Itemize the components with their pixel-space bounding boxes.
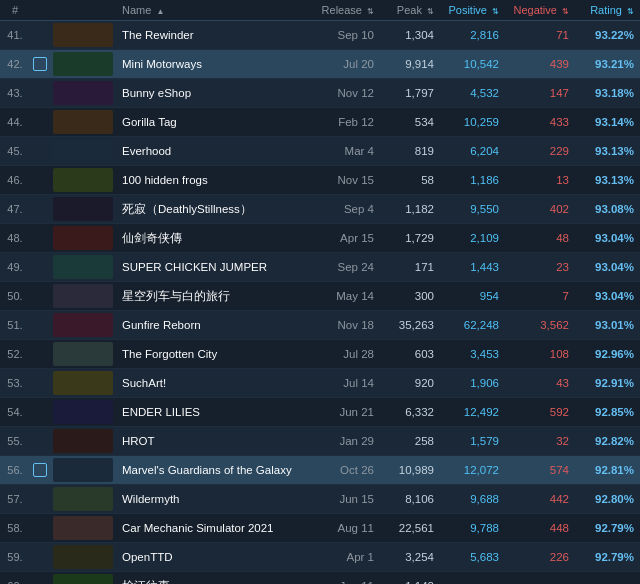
table-row[interactable]: 45.EverhoodMar 48196,20422993.13% [0, 137, 640, 166]
compare-cell[interactable] [30, 485, 50, 514]
game-name[interactable]: Gorilla Tag [116, 108, 310, 137]
game-name[interactable]: HROT [116, 427, 310, 456]
col-thumb [50, 0, 116, 21]
table-row[interactable]: 60.检江往事Jun 111,142 [0, 572, 640, 585]
col-peak[interactable]: Peak ⇅ [380, 0, 440, 21]
col-rating[interactable]: Rating ⇅ [575, 0, 640, 21]
peak-players: 1,797 [380, 79, 440, 108]
table-row[interactable]: 43.Bunny eShopNov 121,7974,53214793.18% [0, 79, 640, 108]
game-name[interactable]: Bunny eShop [116, 79, 310, 108]
game-name[interactable]: Gunfire Reborn [116, 311, 310, 340]
game-name[interactable]: Mini Motorways [116, 50, 310, 79]
rank-cell: 54. [0, 398, 30, 427]
table-row[interactable]: 48.仙剑奇侠傳Apr 151,7292,1094893.04% [0, 224, 640, 253]
table-row[interactable]: 57.WildermythJun 158,1069,68844292.80% [0, 485, 640, 514]
positive-count: 1,186 [440, 166, 505, 195]
col-positive[interactable]: Positive ⇅ [440, 0, 505, 21]
game-name[interactable]: Everhood [116, 137, 310, 166]
table-row[interactable]: 55.HROTJan 292581,5793292.82% [0, 427, 640, 456]
compare-cell[interactable] [30, 427, 50, 456]
table-row[interactable]: 58.Car Mechanic Simulator 2021Aug 1122,5… [0, 514, 640, 543]
positive-count: 1,579 [440, 427, 505, 456]
rating-value: 93.14% [575, 108, 640, 137]
thumbnail-cell [50, 137, 116, 166]
table-row[interactable]: 56.Marvel's Guardians of the GalaxyOct 2… [0, 456, 640, 485]
table-row[interactable]: 53.SuchArt!Jul 149201,9064392.91% [0, 369, 640, 398]
table-row[interactable]: 41.The RewinderSep 101,3042,8167193.22% [0, 21, 640, 50]
positive-count: 9,550 [440, 195, 505, 224]
game-name[interactable]: 100 hidden frogs [116, 166, 310, 195]
table-row[interactable]: 52.The Forgotten CityJul 286033,45310892… [0, 340, 640, 369]
game-name[interactable]: SUPER CHICKEN JUMPER [116, 253, 310, 282]
compare-cell[interactable] [30, 369, 50, 398]
rating-value: 93.04% [575, 253, 640, 282]
compare-cell[interactable] [30, 253, 50, 282]
table-row[interactable]: 51.Gunfire RebornNov 1835,26362,2483,562… [0, 311, 640, 340]
rating-value: 92.96% [575, 340, 640, 369]
release-date: Jul 20 [310, 50, 380, 79]
peak-players: 58 [380, 166, 440, 195]
thumbnail-cell [50, 514, 116, 543]
positive-count: 9,788 [440, 514, 505, 543]
table-row[interactable]: 50.星空列车与白的旅行May 14300954793.04% [0, 282, 640, 311]
negative-count: 3,562 [505, 311, 575, 340]
negative-count: 108 [505, 340, 575, 369]
game-name[interactable]: The Forgotten City [116, 340, 310, 369]
peak-players: 1,304 [380, 21, 440, 50]
game-name[interactable]: Car Mechanic Simulator 2021 [116, 514, 310, 543]
col-rank[interactable]: # [0, 0, 30, 21]
compare-cell[interactable] [30, 137, 50, 166]
table-row[interactable]: 44.Gorilla TagFeb 1253410,25943393.14% [0, 108, 640, 137]
thumbnail-cell [50, 311, 116, 340]
release-date: Jul 28 [310, 340, 380, 369]
compare-cell[interactable] [30, 340, 50, 369]
compare-cell[interactable] [30, 514, 50, 543]
compare-cell[interactable] [30, 311, 50, 340]
compare-cell[interactable] [30, 108, 50, 137]
col-negative[interactable]: Negative ⇅ [505, 0, 575, 21]
game-name[interactable]: Wildermyth [116, 485, 310, 514]
positive-count: 954 [440, 282, 505, 311]
game-name[interactable]: SuchArt! [116, 369, 310, 398]
release-date: May 14 [310, 282, 380, 311]
thumbnail-cell [50, 79, 116, 108]
game-thumbnail [53, 226, 113, 250]
compare-icon[interactable] [33, 463, 47, 477]
peak-players: 10,989 [380, 456, 440, 485]
game-thumbnail [53, 139, 113, 163]
compare-cell[interactable] [30, 282, 50, 311]
negative-count: 7 [505, 282, 575, 311]
compare-cell[interactable] [30, 572, 50, 585]
compare-cell[interactable] [30, 224, 50, 253]
rating-value [575, 572, 640, 585]
table-row[interactable]: 47.死寂（DeathlyStillness）Sep 41,1829,55040… [0, 195, 640, 224]
compare-cell[interactable] [30, 456, 50, 485]
compare-cell[interactable] [30, 50, 50, 79]
compare-cell[interactable] [30, 543, 50, 572]
col-release[interactable]: Release ⇅ [310, 0, 380, 21]
table-row[interactable]: 42.Mini MotorwaysJul 209,91410,54243993.… [0, 50, 640, 79]
game-name[interactable]: 死寂（DeathlyStillness） [116, 195, 310, 224]
table-row[interactable]: 54.ENDER LILIESJun 216,33212,49259292.85… [0, 398, 640, 427]
release-date: Jan 29 [310, 427, 380, 456]
table-row[interactable]: 59.OpenTTDApr 13,2545,68322692.79% [0, 543, 640, 572]
game-name[interactable]: The Rewinder [116, 21, 310, 50]
compare-cell[interactable] [30, 195, 50, 224]
game-name[interactable]: Marvel's Guardians of the Galaxy [116, 456, 310, 485]
game-name[interactable]: OpenTTD [116, 543, 310, 572]
compare-icon[interactable] [33, 57, 47, 71]
compare-cell[interactable] [30, 166, 50, 195]
compare-cell[interactable] [30, 398, 50, 427]
game-name[interactable]: ENDER LILIES [116, 398, 310, 427]
rank-cell: 51. [0, 311, 30, 340]
compare-cell[interactable] [30, 21, 50, 50]
table-row[interactable]: 46.100 hidden frogsNov 15581,1861393.13% [0, 166, 640, 195]
compare-cell[interactable] [30, 79, 50, 108]
negative-count: 439 [505, 50, 575, 79]
table-row[interactable]: 49.SUPER CHICKEN JUMPERSep 241711,443239… [0, 253, 640, 282]
col-name[interactable]: Name ▲ [116, 0, 310, 21]
game-name[interactable]: 星空列车与白的旅行 [116, 282, 310, 311]
game-name[interactable]: 仙剑奇侠傳 [116, 224, 310, 253]
release-date: Apr 15 [310, 224, 380, 253]
game-name[interactable]: 检江往事 [116, 572, 310, 585]
